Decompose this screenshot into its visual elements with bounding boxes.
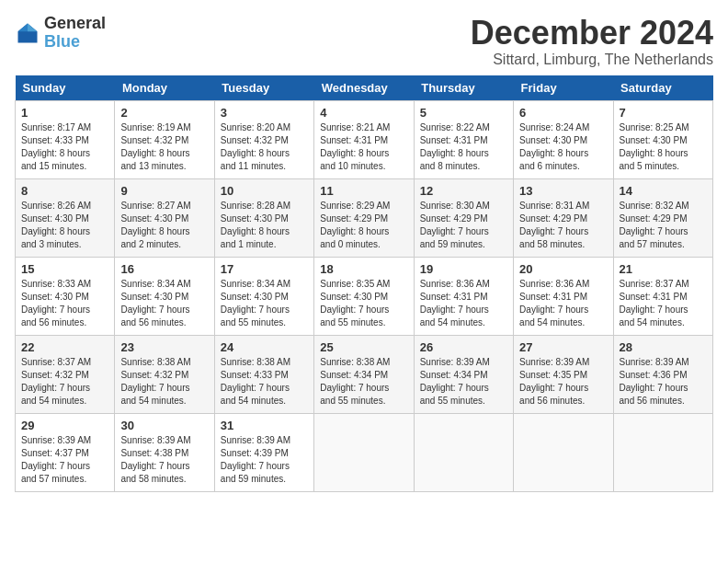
day-info: Sunrise: 8:36 AM Sunset: 4:31 PM Dayligh… (519, 278, 607, 329)
day-info: Sunrise: 8:35 AM Sunset: 4:30 PM Dayligh… (320, 278, 407, 329)
day-info: Sunrise: 8:38 AM Sunset: 4:32 PM Dayligh… (120, 356, 208, 408)
calendar-cell: 6Sunrise: 8:24 AM Sunset: 4:30 PM Daylig… (514, 100, 613, 178)
day-info: Sunrise: 8:20 AM Sunset: 4:32 PM Dayligh… (221, 121, 308, 173)
calendar-cell: 31Sunrise: 8:39 AM Sunset: 4:39 PM Dayli… (214, 413, 313, 491)
calendar-cell: 11Sunrise: 8:29 AM Sunset: 4:29 PM Dayli… (314, 178, 414, 257)
day-info: Sunrise: 8:26 AM Sunset: 4:30 PM Dayligh… (21, 200, 108, 251)
logo-icon (15, 20, 40, 46)
calendar-cell: 3Sunrise: 8:20 AM Sunset: 4:32 PM Daylig… (214, 100, 313, 178)
calendar-cell: 1Sunrise: 8:17 AM Sunset: 4:33 PM Daylig… (16, 100, 115, 178)
calendar-cell: 19Sunrise: 8:36 AM Sunset: 4:31 PM Dayli… (414, 257, 513, 335)
calendar-cell: 2Sunrise: 8:19 AM Sunset: 4:32 PM Daylig… (115, 100, 214, 178)
day-info: Sunrise: 8:36 AM Sunset: 4:31 PM Dayligh… (420, 278, 507, 329)
day-number: 31 (221, 419, 308, 432)
header-monday: Monday (115, 75, 214, 101)
day-number: 30 (120, 419, 208, 432)
day-number: 6 (519, 106, 607, 120)
calendar-cell: 29Sunrise: 8:39 AM Sunset: 4:37 PM Dayli… (16, 413, 115, 491)
day-number: 2 (120, 106, 208, 120)
calendar-cell: 24Sunrise: 8:38 AM Sunset: 4:33 PM Dayli… (214, 335, 313, 413)
calendar-cell: 4Sunrise: 8:21 AM Sunset: 4:31 PM Daylig… (314, 100, 414, 178)
day-number: 1 (21, 106, 108, 120)
calendar-cell (414, 413, 513, 491)
day-info: Sunrise: 8:25 AM Sunset: 4:30 PM Dayligh… (620, 121, 707, 173)
svg-marker-1 (28, 23, 38, 31)
calendar-cell: 18Sunrise: 8:35 AM Sunset: 4:30 PM Dayli… (314, 257, 414, 335)
calendar-cell: 25Sunrise: 8:38 AM Sunset: 4:34 PM Dayli… (314, 335, 414, 413)
day-number: 4 (320, 106, 407, 120)
day-info: Sunrise: 8:30 AM Sunset: 4:29 PM Dayligh… (420, 200, 507, 251)
day-info: Sunrise: 8:17 AM Sunset: 4:33 PM Dayligh… (21, 121, 108, 173)
calendar-cell: 22Sunrise: 8:37 AM Sunset: 4:32 PM Dayli… (16, 335, 115, 413)
day-info: Sunrise: 8:38 AM Sunset: 4:33 PM Dayligh… (221, 356, 308, 408)
header-wednesday: Wednesday (314, 75, 414, 101)
calendar-cell: 9Sunrise: 8:27 AM Sunset: 4:30 PM Daylig… (115, 178, 214, 257)
day-number: 18 (320, 262, 407, 276)
header-thursday: Thursday (414, 75, 513, 101)
calendar-cell: 10Sunrise: 8:28 AM Sunset: 4:30 PM Dayli… (214, 178, 313, 257)
day-number: 20 (519, 262, 607, 276)
day-info: Sunrise: 8:37 AM Sunset: 4:31 PM Dayligh… (620, 278, 707, 329)
page-header: General Blue December 2024 Sittard, Limb… (15, 15, 713, 68)
day-number: 17 (221, 262, 308, 276)
day-info: Sunrise: 8:34 AM Sunset: 4:30 PM Dayligh… (120, 278, 208, 329)
calendar-header-row: SundayMondayTuesdayWednesdayThursdayFrid… (16, 75, 713, 101)
day-number: 28 (620, 340, 707, 354)
day-number: 10 (221, 184, 308, 198)
calendar-week-4: 22Sunrise: 8:37 AM Sunset: 4:32 PM Dayli… (16, 335, 713, 413)
day-info: Sunrise: 8:37 AM Sunset: 4:32 PM Dayligh… (21, 356, 108, 408)
day-number: 22 (21, 340, 108, 354)
day-info: Sunrise: 8:19 AM Sunset: 4:32 PM Dayligh… (120, 121, 208, 173)
header-tuesday: Tuesday (214, 75, 313, 101)
day-number: 13 (519, 184, 607, 198)
day-number: 29 (21, 419, 108, 432)
day-number: 23 (120, 340, 208, 354)
day-info: Sunrise: 8:32 AM Sunset: 4:29 PM Dayligh… (620, 200, 707, 251)
calendar-cell: 14Sunrise: 8:32 AM Sunset: 4:29 PM Dayli… (613, 178, 712, 257)
day-number: 3 (221, 106, 308, 120)
day-number: 8 (21, 184, 108, 198)
calendar-cell: 12Sunrise: 8:30 AM Sunset: 4:29 PM Dayli… (414, 178, 513, 257)
calendar-cell: 17Sunrise: 8:34 AM Sunset: 4:30 PM Dayli… (214, 257, 313, 335)
day-info: Sunrise: 8:39 AM Sunset: 4:34 PM Dayligh… (420, 356, 507, 408)
day-number: 5 (420, 106, 507, 120)
calendar-cell: 30Sunrise: 8:39 AM Sunset: 4:38 PM Dayli… (115, 413, 214, 491)
header-saturday: Saturday (613, 75, 712, 101)
day-number: 12 (420, 184, 507, 198)
calendar-week-1: 1Sunrise: 8:17 AM Sunset: 4:33 PM Daylig… (16, 100, 713, 178)
day-info: Sunrise: 8:34 AM Sunset: 4:30 PM Dayligh… (221, 278, 308, 329)
calendar-cell: 5Sunrise: 8:22 AM Sunset: 4:31 PM Daylig… (414, 100, 513, 178)
day-info: Sunrise: 8:31 AM Sunset: 4:29 PM Dayligh… (519, 200, 607, 251)
calendar-cell: 26Sunrise: 8:39 AM Sunset: 4:34 PM Dayli… (414, 335, 513, 413)
day-number: 27 (519, 340, 607, 354)
calendar-cell: 21Sunrise: 8:37 AM Sunset: 4:31 PM Dayli… (613, 257, 712, 335)
calendar-cell: 20Sunrise: 8:36 AM Sunset: 4:31 PM Dayli… (514, 257, 613, 335)
day-info: Sunrise: 8:33 AM Sunset: 4:30 PM Dayligh… (21, 278, 108, 329)
calendar-cell: 8Sunrise: 8:26 AM Sunset: 4:30 PM Daylig… (16, 178, 115, 257)
day-number: 24 (221, 340, 308, 354)
day-info: Sunrise: 8:38 AM Sunset: 4:34 PM Dayligh… (320, 356, 407, 408)
day-info: Sunrise: 8:24 AM Sunset: 4:30 PM Dayligh… (519, 121, 607, 173)
calendar-cell: 28Sunrise: 8:39 AM Sunset: 4:36 PM Dayli… (613, 335, 712, 413)
location-subtitle: Sittard, Limburg, The Netherlands (471, 52, 713, 68)
calendar-cell: 15Sunrise: 8:33 AM Sunset: 4:30 PM Dayli… (16, 257, 115, 335)
calendar-cell: 13Sunrise: 8:31 AM Sunset: 4:29 PM Dayli… (514, 178, 613, 257)
calendar-week-2: 8Sunrise: 8:26 AM Sunset: 4:30 PM Daylig… (16, 178, 713, 257)
title-block: December 2024 Sittard, Limburg, The Neth… (471, 15, 713, 68)
month-title: December 2024 (471, 15, 713, 52)
svg-marker-2 (18, 23, 28, 31)
day-info: Sunrise: 8:22 AM Sunset: 4:31 PM Dayligh… (420, 121, 507, 173)
calendar-cell: 27Sunrise: 8:39 AM Sunset: 4:35 PM Dayli… (514, 335, 613, 413)
calendar-cell (514, 413, 613, 491)
day-number: 26 (420, 340, 507, 354)
calendar-cell: 23Sunrise: 8:38 AM Sunset: 4:32 PM Dayli… (115, 335, 214, 413)
logo-line1: General (44, 15, 106, 33)
logo-line2: Blue (44, 33, 106, 52)
calendar-cell: 16Sunrise: 8:34 AM Sunset: 4:30 PM Dayli… (115, 257, 214, 335)
day-number: 15 (21, 262, 108, 276)
day-number: 21 (620, 262, 707, 276)
day-info: Sunrise: 8:39 AM Sunset: 4:36 PM Dayligh… (620, 356, 707, 408)
calendar-cell: 7Sunrise: 8:25 AM Sunset: 4:30 PM Daylig… (613, 100, 712, 178)
calendar-cell (314, 413, 414, 491)
day-info: Sunrise: 8:29 AM Sunset: 4:29 PM Dayligh… (320, 200, 407, 251)
